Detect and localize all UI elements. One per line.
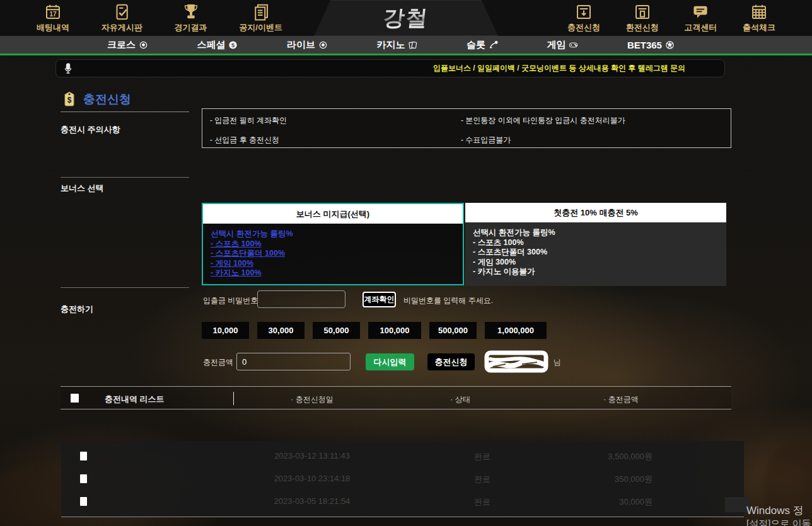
topbar-item-label: 출석체크: [743, 22, 775, 33]
nav-item-live[interactable]: 라이브: [287, 39, 328, 51]
sidebar-divider: [61, 287, 189, 288]
soccer-ball-icon: [665, 40, 675, 50]
row-checkbox[interactable]: [80, 474, 87, 483]
withdraw-atm-icon: [633, 3, 652, 21]
bonus-option-none-header[interactable]: 보너스 미지급(선택): [203, 204, 463, 224]
warning-item: - 선입금 후 충전신청: [210, 135, 279, 146]
deposit-warning-box: - 입금전 필히 계좌확인 - 본인통장 이외에 타인통장 입금시 충전처리불가…: [202, 108, 731, 148]
nav-item-casino[interactable]: 카지노: [376, 39, 417, 51]
nav-item-special[interactable]: 스페셜 S: [197, 39, 238, 51]
nav-item-label: BET365: [627, 40, 662, 50]
quick-amount-row: 10,000 30,000 50,000 100,000 500,000 1,0…: [202, 322, 547, 339]
nav-item-slot[interactable]: 슬롯: [467, 39, 498, 51]
live-sports-icon: [318, 40, 328, 50]
deposit-atm-icon: [574, 3, 593, 21]
password-input[interactable]: [257, 290, 345, 308]
windows-activation-watermark-line2: [설정]으로 이동: [746, 518, 811, 526]
nav-item-label: 슬롯: [467, 39, 485, 51]
topbar-item-attendance[interactable]: 출석체크: [743, 3, 775, 33]
slot-machine-icon: [489, 40, 498, 50]
topbar-item-withdraw[interactable]: 환전신청: [626, 3, 659, 33]
sidebar-item-bonus-select: 보너스 선택: [61, 183, 104, 194]
topbar-item-betting-history[interactable]: 17 배팅내역: [37, 3, 69, 33]
row-checkbox[interactable]: [80, 497, 87, 506]
row-amount: 30,000원: [501, 496, 652, 508]
bonus-line: - 스포츠단폴더 300%: [473, 248, 719, 258]
nav-item-bet365[interactable]: BET365: [627, 40, 675, 50]
amount-button-30000[interactable]: 30,000: [257, 322, 304, 339]
topbar-item-label: 경기결과: [175, 22, 207, 33]
bonus-option-standard-header[interactable]: 첫충전 10% 매충전 5%: [465, 203, 726, 222]
bonus-option-none: 보너스 미지급(선택) 선택시 환전가능 롤링% - 스포츠 100% - 스포…: [202, 203, 464, 285]
topbar-left-group: 17 배팅내역 자유게시판 경기결과: [37, 3, 282, 33]
amount-input[interactable]: [236, 353, 351, 370]
topbar-item-label: 환전신청: [626, 22, 659, 33]
free-board-icon: [112, 3, 131, 21]
password-label: 입출금 비밀번호: [203, 295, 258, 306]
amount-button-50000[interactable]: 50,000: [313, 322, 360, 339]
attendance-calendar-icon: [750, 3, 768, 21]
column-header-amount: · 충전금액: [545, 394, 697, 405]
special-s-icon: S: [228, 40, 238, 50]
row-amount: 350,000원: [501, 474, 652, 485]
topbar-item-free-board[interactable]: 자유게시판: [102, 3, 142, 33]
microphone-icon: [56, 63, 72, 74]
amount-label: 충전금액: [203, 357, 233, 368]
bonus-line: - 스포츠단폴더 100%: [211, 249, 455, 259]
page-title-row: $ 충전신청: [62, 91, 131, 108]
title-divider: [61, 111, 189, 112]
row-date: 2023-03-10 23:14:18: [236, 474, 388, 483]
match-results-trophy-icon: [182, 3, 200, 21]
topbar-item-match-results[interactable]: 경기결과: [175, 3, 207, 33]
bonus-line: - 게임 100%: [211, 259, 455, 269]
bonus-line: - 게임 300%: [473, 258, 719, 268]
svg-text:17: 17: [49, 11, 57, 18]
nav-item-label: 크로스: [107, 39, 136, 51]
bonus-line: - 스포츠 100%: [211, 239, 455, 249]
page-title: 충전신청: [83, 91, 131, 108]
user-suffix: 님: [554, 357, 561, 368]
topbar-item-label: 고객센터: [684, 22, 717, 33]
topbar-item-label: 공지/이벤트: [239, 22, 282, 33]
amount-button-1000000[interactable]: 1,000,000: [485, 322, 547, 339]
select-all-checkbox[interactable]: [71, 394, 79, 403]
nav-item-cross[interactable]: 크로스: [107, 39, 148, 51]
nav-accent-line: [0, 54, 812, 55]
announcement-bar[interactable]: 입플보너스 / 일일페이백 / 굿모닝이벤트 등 상세내용 확인 후 텔레그램 …: [55, 59, 725, 77]
svg-text:S: S: [231, 42, 235, 48]
row-date: 2023-03-05 18:21:54: [236, 496, 388, 506]
site-logo[interactable]: 강철: [314, 0, 498, 36]
bonus-option-standard-body: 선택시 환전가능 롤링% - 스포츠 100% - 스포츠단폴더 300% - …: [465, 222, 726, 286]
sidebar-item-deposit-form: 충전하기: [61, 304, 93, 315]
warning-item: - 본인통장 이외에 타인통장 입금시 충전처리불가: [461, 115, 625, 126]
header-divider: [233, 392, 234, 405]
nav-item-game[interactable]: 게임: [547, 39, 578, 51]
row-checkbox[interactable]: [80, 452, 87, 460]
row-date: 2023-03-12 13:11:43: [236, 451, 388, 460]
reset-button[interactable]: 다시입력: [366, 353, 414, 370]
topbar-item-customer-center[interactable]: 고객센터: [684, 3, 717, 33]
bonus-option-none-body: 선택시 환전가능 롤링% - 스포츠 100% - 스포츠단폴더 100% - …: [203, 224, 463, 284]
amount-button-100000[interactable]: 100,000: [368, 322, 421, 339]
game-pad-icon: [569, 40, 578, 50]
deposit-submit-button[interactable]: 충전신청: [427, 353, 475, 370]
top-bar: 17 배팅내역 자유게시판 경기결과: [0, 0, 812, 36]
amount-button-500000[interactable]: 500,000: [429, 322, 477, 339]
topbar-item-notice-event[interactable]: 공지/이벤트: [239, 3, 282, 33]
amount-button-10000[interactable]: 10,000: [202, 322, 249, 339]
sidebar-item-deposit-warning: 충전시 주의사항: [61, 124, 120, 135]
topbar-item-deposit[interactable]: 충전신청: [567, 3, 600, 33]
betting-history-calendar-icon: 17: [44, 3, 62, 21]
notice-event-docs-icon: [252, 3, 270, 21]
main-nav: 크로스 스페셜 S 라이브 카지노: [0, 36, 812, 54]
column-header-status: · 상태: [385, 394, 536, 405]
warning-item: - 입금전 필히 계좌확인: [210, 115, 287, 126]
warning-item: - 수표입금불가: [461, 135, 511, 146]
nav-item-label: 라이브: [287, 39, 315, 51]
bonus-line: - 스포츠 100%: [473, 238, 719, 248]
nav-item-label: 스페셜: [197, 39, 225, 51]
account-check-button[interactable]: 계좌확인: [362, 292, 396, 307]
censored-username: [484, 350, 548, 373]
sidebar-divider: [61, 177, 189, 178]
history-title: 충전내역 리스트: [105, 394, 165, 405]
